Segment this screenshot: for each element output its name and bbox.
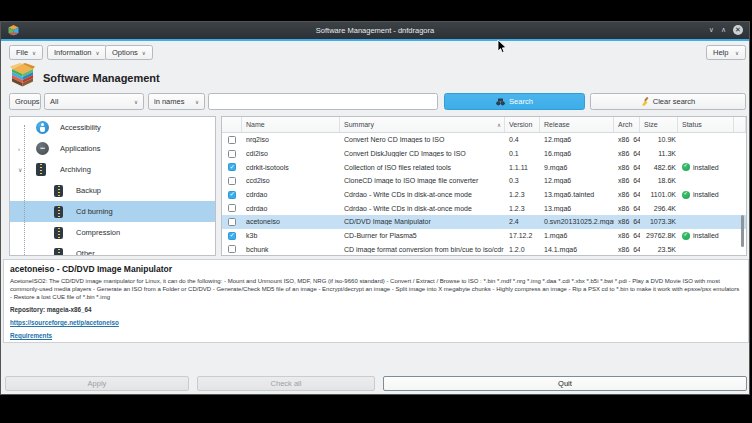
app-box-icon	[8, 22, 19, 40]
package-checkbox[interactable]	[228, 163, 236, 171]
table-row-k3b[interactable]: k3bCD-Burner for Plasma517.12.21.mga6x86…	[222, 229, 746, 243]
footer: Apply Check all Quit	[1, 375, 749, 393]
minimize-button[interactable]: ∨	[709, 26, 714, 33]
menu-file[interactable]: File ∨	[9, 45, 43, 60]
package-checkbox[interactable]	[228, 150, 236, 158]
details-panel: acetoneiso - CD/DVD Image Manipulator Ac…	[3, 259, 749, 343]
apps-icon	[36, 142, 49, 155]
tree-item-accessibility[interactable]: Accessibility	[10, 117, 215, 138]
cell-version-text: 1.1.11	[509, 164, 528, 171]
cell-arch-text: x86_64	[618, 246, 640, 253]
package-checkbox[interactable]	[228, 245, 236, 253]
table-row-cdi2iso[interactable]: cdi2isoConvert DiskJuggler CD Images to …	[222, 147, 746, 161]
menu-information[interactable]: Information ∨	[47, 45, 107, 60]
tree-item-cd-burning[interactable]: Cd burning	[10, 201, 215, 222]
archive-icon	[54, 227, 63, 239]
groups-dropdown[interactable]: Groups ∨	[9, 93, 41, 110]
package-checkbox[interactable]	[228, 136, 236, 144]
package-checkbox[interactable]	[228, 218, 236, 226]
cell-version-text: 2.4	[509, 218, 519, 225]
menu-information-label: Information	[54, 48, 92, 57]
tree-item-label: Cd burning	[76, 207, 113, 216]
column-header-name[interactable]: Name	[242, 117, 340, 132]
tree-item-archiving[interactable]: ∨Archiving	[10, 159, 215, 180]
table-row-nrg2iso[interactable]: nrg2isoConvert Nero CD Images to ISO0.41…	[222, 133, 746, 147]
maximize-button[interactable]: ∧	[721, 26, 726, 33]
search-button[interactable]: Search	[444, 93, 585, 110]
scope-dropdown-value: in names	[154, 97, 184, 106]
search-input[interactable]	[208, 93, 438, 110]
cell-name: cdrkit-isotools	[242, 164, 340, 171]
table-scrollbar[interactable]	[741, 215, 744, 247]
group-tree-panel: Accessibility›Applications∨ArchivingBack…	[9, 116, 216, 256]
mouse-cursor	[497, 40, 507, 58]
package-table-panel: NameSummary∧VersionReleaseArchSizeStatus…	[221, 116, 747, 256]
chevron-down-icon: ∨	[195, 99, 199, 105]
menu-options[interactable]: Options ∨	[105, 45, 153, 60]
tree-expander-icon[interactable]: ∨	[18, 166, 22, 173]
table-row-acetoneiso[interactable]: acetoneisoCD/DVD Image Manipulator2.40.s…	[222, 215, 746, 229]
table-header: NameSummary∧VersionReleaseArchSizeStatus	[222, 117, 746, 133]
check-all-button[interactable]: Check all	[197, 376, 375, 391]
cell-release: 14.1.mga6	[540, 246, 614, 253]
table-row-cdrdao[interactable]: cdrdaoCdrdao - Write CDs in disk-at-once…	[222, 188, 746, 202]
tree-item-other[interactable]: Other	[10, 243, 215, 256]
table-row-cdrkit-isotools[interactable]: cdrkit-isotoolsCollection of ISO files r…	[222, 160, 746, 174]
row-checkbox-cell	[222, 204, 242, 212]
homepage-link[interactable]: https://sourceforge.net/p/acetoneiso	[10, 319, 742, 326]
close-button[interactable]: ✕	[733, 25, 743, 35]
column-header-version[interactable]: Version	[505, 117, 540, 132]
package-checkbox[interactable]	[228, 204, 236, 212]
cell-arch-text: x86_64	[618, 136, 640, 143]
table-row-ccd2iso[interactable]: ccd2isoCloneCD image to ISO image file c…	[222, 174, 746, 188]
scope-dropdown[interactable]: in names ∨	[148, 93, 205, 110]
column-header-status[interactable]: Status	[678, 117, 734, 132]
cell-name-text: nrg2iso	[246, 136, 269, 143]
package-checkbox[interactable]	[228, 232, 236, 240]
column-header-release[interactable]: Release	[540, 117, 614, 132]
cell-arch: x86_64	[614, 177, 640, 184]
quit-button[interactable]: Quit	[383, 376, 747, 391]
package-checkbox[interactable]	[228, 191, 236, 199]
table-row-bchunk[interactable]: bchunkCD image format conversion from bi…	[222, 243, 746, 257]
column-header-summary[interactable]: Summary∧	[340, 117, 505, 132]
column-header-label: Size	[644, 121, 658, 128]
cell-name-text: cdrkit-isotools	[246, 164, 289, 171]
cell-name: cdi2iso	[242, 150, 340, 157]
page-title: Software Management	[43, 72, 160, 84]
column-header-arch[interactable]: Arch	[614, 117, 640, 132]
clear-search-button-label: Clear search	[653, 97, 696, 106]
cell-arch: x86_64	[614, 164, 640, 171]
cell-release-text: 13.mga6.tainted	[544, 191, 594, 198]
table-row-cdrdao[interactable]: cdrdaoCdrdao - Write CDs in disk-at-once…	[222, 201, 746, 215]
cell-size: 10.9K	[640, 136, 678, 143]
archive-icon	[54, 206, 63, 218]
requirements-link[interactable]: Requirements	[10, 332, 742, 339]
view-dropdown[interactable]: All ∨	[44, 93, 144, 110]
column-header-label: Name	[246, 121, 265, 128]
header-spacer	[734, 117, 746, 132]
apply-button[interactable]: Apply	[5, 376, 189, 391]
cell-summary-text: CD/DVD Image Manipulator	[344, 218, 431, 225]
cell-size-text: 11.3K	[658, 150, 676, 157]
cell-size-text: 482.6K	[654, 164, 676, 171]
column-header-size[interactable]: Size	[640, 117, 678, 132]
tree-item-applications[interactable]: ›Applications	[10, 138, 215, 159]
cell-size: 23.5K	[640, 246, 678, 253]
menu-help[interactable]: Help ∨	[706, 45, 746, 60]
tree-item-compression[interactable]: Compression	[10, 222, 215, 243]
cell-size-text: 1073.3K	[650, 218, 676, 225]
package-checkbox[interactable]	[228, 177, 236, 185]
cell-release: 12.mga6	[540, 136, 614, 143]
tree-item-backup[interactable]: Backup	[10, 180, 215, 201]
cell-summary-text: Cdrdao - Write CDs in disk-at-once mode	[344, 191, 472, 198]
menu-file-label: File	[16, 48, 28, 57]
tree-expander-icon[interactable]: ›	[18, 146, 20, 152]
cell-name: cdrdao	[242, 205, 340, 212]
clear-search-button[interactable]: Clear search	[590, 93, 746, 110]
chevron-down-icon: ∨	[32, 50, 36, 56]
cell-size-text: 296.4K	[654, 205, 676, 212]
column-header-label: Summary	[344, 121, 374, 128]
cell-size: 1073.3K	[640, 218, 678, 225]
cell-arch-text: x86_64	[618, 205, 640, 212]
